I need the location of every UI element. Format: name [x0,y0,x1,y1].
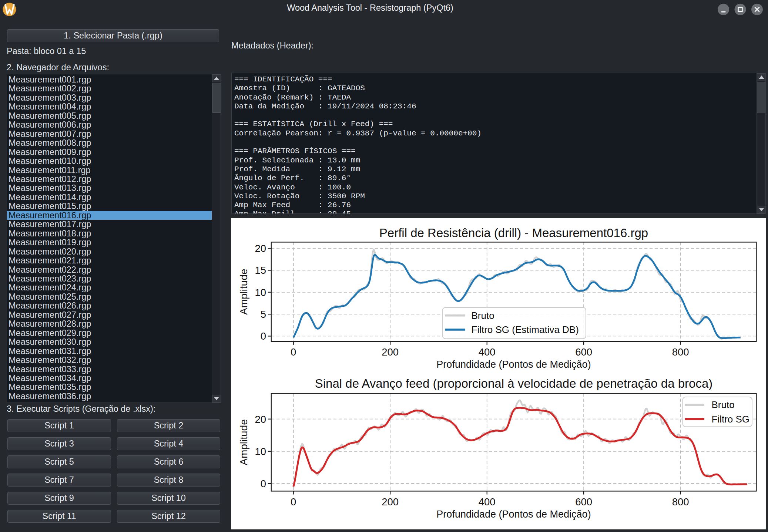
svg-text:15: 15 [255,265,266,276]
svg-text:20: 20 [255,414,266,425]
svg-text:Profundidade (Pontos de Mediçã: Profundidade (Pontos de Medição) [436,359,591,370]
svg-text:0: 0 [261,330,266,342]
svg-text:400: 400 [479,496,496,508]
svg-text:Perfil de Resistência (drill): Perfil de Resistência (drill) - Measurem… [379,226,648,240]
svg-text:Filtro SG (Estimativa DB): Filtro SG (Estimativa DB) [472,324,579,335]
svg-text:Profundidade (Pontos de Mediçã: Profundidade (Pontos de Medição) [436,509,591,520]
svg-text:0: 0 [291,496,296,508]
svg-text:20: 20 [255,243,266,254]
svg-text:200: 200 [382,496,399,508]
svg-text:Amplitude: Amplitude [238,419,249,465]
svg-text:0: 0 [291,346,296,358]
svg-text:Bruto: Bruto [712,399,735,410]
svg-text:600: 600 [575,346,592,358]
svg-text:0: 0 [261,478,266,489]
svg-text:Bruto: Bruto [472,310,494,321]
svg-text:10: 10 [255,446,266,457]
svg-text:200: 200 [382,346,399,358]
svg-text:10: 10 [255,287,266,298]
svg-text:600: 600 [575,496,592,508]
svg-text:800: 800 [672,496,689,508]
svg-text:Amplitude: Amplitude [238,269,249,315]
svg-text:5: 5 [261,309,266,320]
svg-text:Sinal de Avanço feed (proporci: Sinal de Avanço feed (proporcional à vel… [315,377,712,390]
svg-text:Filtro SG: Filtro SG [712,414,750,425]
svg-text:400: 400 [479,346,496,358]
svg-text:800: 800 [672,346,689,358]
